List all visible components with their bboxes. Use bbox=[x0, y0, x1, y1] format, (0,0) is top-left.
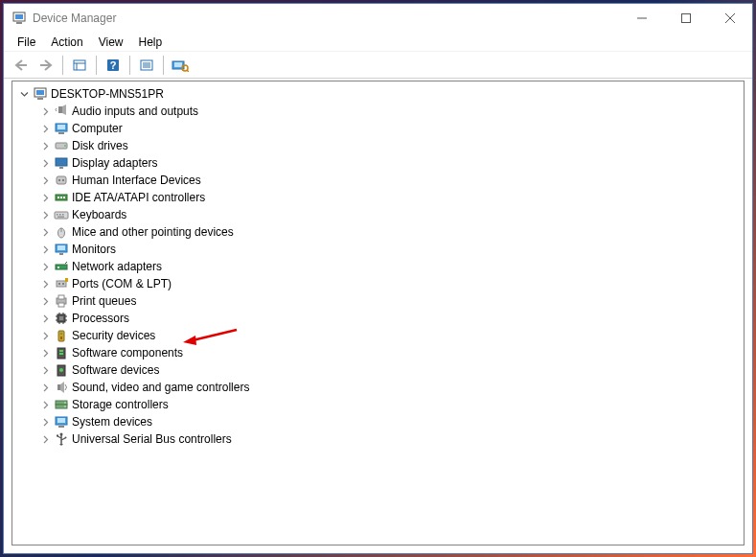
menubar: File Action View Help bbox=[4, 33, 752, 52]
chevron-right-icon[interactable] bbox=[39, 382, 51, 393]
tree-category-label: Processors bbox=[72, 312, 129, 325]
tree-category-node[interactable]: Software components bbox=[37, 344, 744, 361]
chevron-right-icon[interactable] bbox=[39, 226, 51, 238]
app-icon bbox=[11, 11, 27, 26]
computer-icon bbox=[54, 121, 69, 136]
network-icon bbox=[54, 259, 69, 274]
processor-icon bbox=[54, 311, 69, 326]
chevron-right-icon[interactable] bbox=[39, 278, 51, 290]
audio-icon bbox=[54, 104, 69, 119]
tree-category-node[interactable]: Sound, video and game controllers bbox=[37, 379, 744, 396]
toolbar-back-button[interactable] bbox=[10, 55, 33, 76]
chevron-right-icon[interactable] bbox=[39, 140, 51, 151]
tree-root-label: DESKTOP-MNS51PR bbox=[51, 87, 164, 101]
softcomp-icon bbox=[54, 345, 69, 360]
toolbar-separator bbox=[96, 56, 97, 75]
tree-category-node[interactable]: Network adapters bbox=[37, 258, 744, 275]
tree-category-node[interactable]: Monitors bbox=[37, 241, 744, 258]
hid-icon bbox=[54, 173, 69, 188]
ports-icon bbox=[54, 276, 69, 291]
tree-category-node[interactable]: Mice and other pointing devices bbox=[37, 223, 744, 241]
chevron-right-icon[interactable] bbox=[39, 295, 51, 307]
menu-action[interactable]: Action bbox=[43, 34, 90, 51]
toolbar: ? bbox=[4, 52, 752, 79]
mouse-icon bbox=[54, 224, 69, 240]
disk-icon bbox=[54, 138, 69, 153]
tree-category-label: Storage controllers bbox=[72, 398, 169, 411]
tree-category-label: Mice and other pointing devices bbox=[72, 225, 234, 239]
tree-category-label: Audio inputs and outputs bbox=[72, 104, 198, 118]
device-manager-window: Device Manager File Action View Help bbox=[3, 3, 753, 554]
chevron-right-icon[interactable] bbox=[39, 261, 51, 272]
chevron-right-icon[interactable] bbox=[39, 364, 51, 376]
tree-category-label: Network adapters bbox=[72, 260, 162, 273]
svg-line-19 bbox=[187, 70, 189, 72]
tree-category-node[interactable]: Processors bbox=[37, 310, 744, 327]
maximize-button[interactable] bbox=[664, 4, 708, 33]
titlebar: Device Manager bbox=[4, 4, 752, 33]
menu-view[interactable]: View bbox=[91, 34, 131, 51]
tree-category-node[interactable]: Ports (COM & LPT) bbox=[37, 275, 744, 292]
tree-category-node[interactable]: System devices bbox=[37, 413, 744, 430]
tree-category-node[interactable]: Computer bbox=[37, 120, 744, 137]
tree-category-node[interactable]: IDE ATA/ATAPI controllers bbox=[37, 189, 744, 206]
tree-category-node[interactable]: Security devices bbox=[37, 327, 744, 344]
tree-category-node[interactable]: Human Interface Devices bbox=[37, 172, 744, 189]
chevron-right-icon[interactable] bbox=[39, 433, 51, 445]
chevron-right-icon[interactable] bbox=[39, 105, 51, 117]
toolbar-separator bbox=[163, 56, 164, 75]
svg-rect-17 bbox=[174, 62, 182, 67]
tree-category-node[interactable]: Keyboards bbox=[37, 206, 744, 223]
menu-help[interactable]: Help bbox=[131, 34, 171, 51]
svg-rect-2 bbox=[16, 22, 22, 24]
tree-category-label: Software components bbox=[72, 346, 183, 360]
display-icon bbox=[54, 155, 69, 171]
chevron-right-icon[interactable] bbox=[39, 192, 51, 203]
toolbar-separator bbox=[62, 56, 63, 75]
usb-icon bbox=[54, 431, 69, 447]
chevron-right-icon[interactable] bbox=[39, 416, 51, 428]
tree-category-label: Security devices bbox=[72, 329, 155, 342]
chevron-right-icon[interactable] bbox=[39, 174, 51, 186]
chevron-right-icon[interactable] bbox=[39, 313, 51, 324]
tree-category-label: Monitors bbox=[72, 243, 116, 256]
chevron-right-icon[interactable] bbox=[39, 330, 51, 341]
softdev-icon bbox=[54, 362, 69, 378]
toolbar-show-hidden-button[interactable] bbox=[169, 55, 192, 76]
tree-category-label: Human Interface Devices bbox=[72, 174, 201, 187]
tree-root-node[interactable]: DESKTOP-MNS51PR bbox=[16, 85, 744, 103]
close-button[interactable] bbox=[708, 4, 752, 33]
tree-category-label: Print queues bbox=[72, 294, 136, 308]
chevron-right-icon[interactable] bbox=[39, 123, 51, 134]
sound-icon bbox=[54, 380, 69, 395]
chevron-right-icon[interactable] bbox=[39, 244, 51, 255]
tree-category-node[interactable]: Storage controllers bbox=[37, 396, 744, 413]
tree-category-node[interactable]: Display adapters bbox=[37, 154, 744, 172]
svg-rect-1 bbox=[15, 14, 23, 19]
chevron-down-icon[interactable] bbox=[18, 88, 30, 100]
storage-icon bbox=[54, 397, 69, 412]
ide-icon bbox=[54, 190, 69, 205]
device-tree-panel[interactable]: DESKTOP-MNS51PR Audio inputs and outputs… bbox=[11, 81, 745, 545]
tree-category-node[interactable]: Print queues bbox=[37, 292, 744, 310]
chevron-right-icon[interactable] bbox=[39, 347, 51, 359]
tree-category-node[interactable]: Disk drives bbox=[37, 137, 744, 154]
toolbar-forward-button[interactable] bbox=[34, 55, 57, 76]
svg-rect-7 bbox=[74, 60, 85, 70]
svg-rect-22 bbox=[37, 98, 43, 100]
computer-icon bbox=[33, 86, 48, 102]
toolbar-properties-button[interactable] bbox=[68, 55, 91, 76]
tree-category-node[interactable]: Universal Serial Bus controllers bbox=[37, 430, 744, 448]
chevron-right-icon[interactable] bbox=[39, 157, 51, 169]
menu-file[interactable]: File bbox=[10, 34, 43, 51]
toolbar-help-button[interactable]: ? bbox=[102, 55, 125, 76]
chevron-right-icon[interactable] bbox=[39, 209, 51, 220]
tree-category-label: Display adapters bbox=[72, 156, 157, 170]
tree-category-node[interactable]: Software devices bbox=[37, 361, 744, 379]
tree-category-node[interactable]: Audio inputs and outputs bbox=[37, 103, 744, 120]
tree-category-label: Ports (COM & LPT) bbox=[72, 277, 172, 290]
chevron-right-icon[interactable] bbox=[39, 399, 51, 410]
toolbar-scan-button[interactable] bbox=[135, 55, 158, 76]
toolbar-separator bbox=[129, 56, 130, 75]
minimize-button[interactable] bbox=[620, 4, 664, 33]
